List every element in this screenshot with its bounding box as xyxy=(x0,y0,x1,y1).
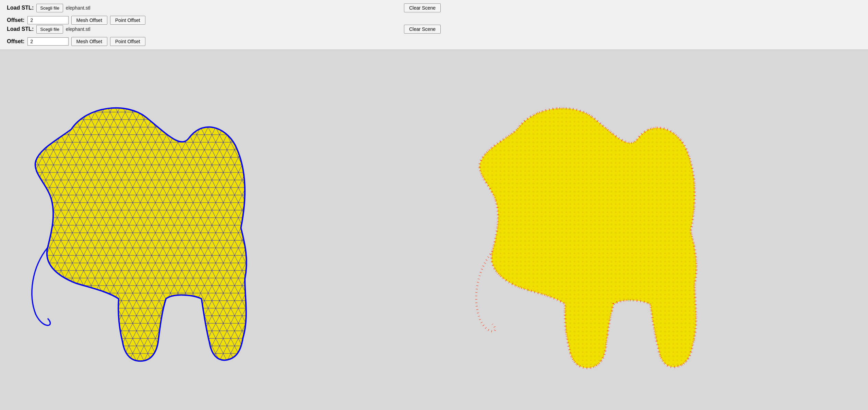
left-canvas-panel xyxy=(0,50,434,410)
left-load-label: Load STL: xyxy=(7,5,34,11)
left-toolbar: Load STL: Scegli file elephant.stl Clear… xyxy=(7,3,441,25)
left-mesh-offset-button[interactable]: Mesh Offset xyxy=(71,16,107,25)
right-load-row: Load STL: Scegli file elephant.stl Clear… xyxy=(7,25,441,34)
right-offset-input[interactable] xyxy=(27,37,69,46)
left-canvas xyxy=(0,50,434,410)
right-offset-row: Offset: Mesh Offset Point Offset xyxy=(7,37,441,46)
left-offset-input[interactable] xyxy=(27,16,69,24)
left-offset-row: Offset: Mesh Offset Point Offset xyxy=(7,16,441,25)
left-clear-button[interactable]: Clear Scene xyxy=(404,3,441,12)
right-point-offset-button[interactable]: Point Offset xyxy=(110,37,145,46)
left-point-offset-button[interactable]: Point Offset xyxy=(110,16,145,25)
right-toolbar: Load STL: Scegli file elephant.stl Clear… xyxy=(7,25,441,46)
right-filename: elephant.stl xyxy=(66,26,91,32)
right-load-label: Load STL: xyxy=(7,26,34,32)
right-clear-button[interactable]: Clear Scene xyxy=(404,25,441,34)
left-offset-label: Offset: xyxy=(7,17,25,23)
toolbar: Load STL: Scegli file elephant.stl Clear… xyxy=(0,0,868,50)
right-mesh-offset-button[interactable]: Mesh Offset xyxy=(71,37,107,46)
right-canvas-panel xyxy=(434,50,868,410)
canvas-area xyxy=(0,50,868,410)
right-offset-label: Offset: xyxy=(7,38,25,45)
left-file-button[interactable]: Scegli file xyxy=(36,4,63,12)
left-filename: elephant.stl xyxy=(66,5,91,11)
right-file-button[interactable]: Scegli file xyxy=(36,25,63,34)
right-canvas xyxy=(434,50,868,410)
left-load-row: Load STL: Scegli file elephant.stl Clear… xyxy=(7,3,441,12)
